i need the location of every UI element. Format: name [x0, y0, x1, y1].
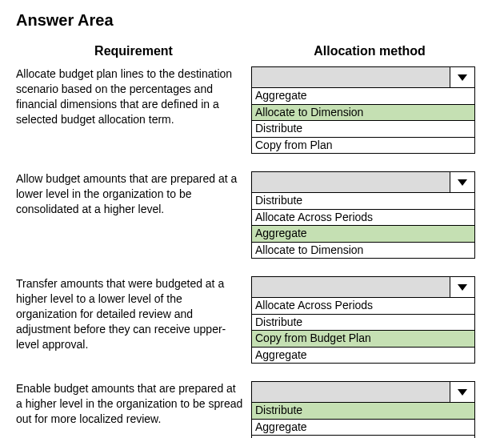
requirement-text: Enable budget amounts that are prepared …	[16, 381, 251, 427]
allocation-method-cell: AggregateAllocate to DimensionDistribute…	[251, 66, 488, 154]
dropdown-arrow-button[interactable]	[450, 382, 474, 403]
dropdown-option[interactable]: Distribute	[252, 121, 474, 138]
dropdown-option[interactable]: Allocate to Dimension	[252, 243, 474, 259]
chevron-down-icon	[457, 179, 468, 187]
dropdown-arrow-button[interactable]	[450, 277, 474, 298]
allocation-method-dropdown[interactable]: AggregateAllocate to DimensionDistribute…	[251, 66, 475, 154]
dropdown-option[interactable]: Aggregate	[252, 88, 474, 105]
table-row: Transfer amounts that were budgeted at a…	[16, 276, 488, 364]
page-title: Answer Area	[16, 11, 488, 30]
chevron-down-icon	[457, 74, 468, 82]
svg-marker-2	[458, 284, 467, 291]
requirement-text: Allow budget amounts that are prepared a…	[16, 171, 251, 217]
dropdown-header[interactable]	[252, 67, 474, 88]
dropdown-selected-field[interactable]	[252, 382, 450, 403]
dropdown-selected-field[interactable]	[252, 172, 450, 193]
dropdown-selected-field[interactable]	[252, 277, 450, 298]
header-requirement: Requirement	[16, 44, 251, 58]
svg-marker-0	[458, 74, 467, 81]
dropdown-header[interactable]	[252, 172, 474, 193]
chevron-down-icon	[457, 388, 468, 396]
header-allocation-method: Allocation method	[251, 44, 488, 58]
requirement-text: Allocate budget plan lines to the destin…	[16, 66, 251, 127]
dropdown-option[interactable]: Distribute	[252, 193, 474, 210]
dropdown-option[interactable]: Copy from Budget Plan	[252, 331, 474, 348]
table-row: Enable budget amounts that are prepared …	[16, 381, 488, 438]
dropdown-option[interactable]: Allocate to Dimension	[252, 105, 474, 122]
dropdown-header[interactable]	[252, 277, 474, 298]
dropdown-header[interactable]	[252, 382, 474, 403]
dropdown-arrow-button[interactable]	[450, 172, 474, 193]
svg-marker-3	[458, 389, 467, 396]
allocation-method-cell: DistributeAllocate Across PeriodsAggrega…	[251, 171, 488, 259]
dropdown-option[interactable]: Allocate Across Periods	[252, 298, 474, 315]
table-row: Allocate budget plan lines to the destin…	[16, 66, 488, 154]
dropdown-option[interactable]: Copy from Plan	[252, 138, 474, 154]
svg-marker-1	[458, 179, 467, 186]
dropdown-option[interactable]: Allocate Across Periods	[252, 210, 474, 227]
dropdown-option[interactable]: Distribute	[252, 403, 474, 420]
dropdown-option[interactable]: Distribute	[252, 315, 474, 332]
column-headers: Requirement Allocation method	[16, 44, 488, 58]
dropdown-option[interactable]: Aggregate	[252, 348, 474, 364]
table-row: Allow budget amounts that are prepared a…	[16, 171, 488, 259]
allocation-method-dropdown[interactable]: DistributeAllocate Across PeriodsAggrega…	[251, 171, 475, 259]
allocation-method-dropdown[interactable]: DistributeAggregateCopy from budget plan…	[251, 381, 475, 438]
dropdown-arrow-button[interactable]	[450, 67, 474, 88]
chevron-down-icon	[457, 283, 468, 291]
allocation-method-dropdown[interactable]: Allocate Across PeriodsDistributeCopy fr…	[251, 276, 475, 364]
allocation-method-cell: Allocate Across PeriodsDistributeCopy fr…	[251, 276, 488, 364]
requirement-text: Transfer amounts that were budgeted at a…	[16, 276, 251, 352]
dropdown-option[interactable]: Aggregate	[252, 420, 474, 436]
dropdown-selected-field[interactable]	[252, 67, 450, 88]
dropdown-option[interactable]: Aggregate	[252, 226, 474, 243]
allocation-method-cell: DistributeAggregateCopy from budget plan…	[251, 381, 488, 438]
